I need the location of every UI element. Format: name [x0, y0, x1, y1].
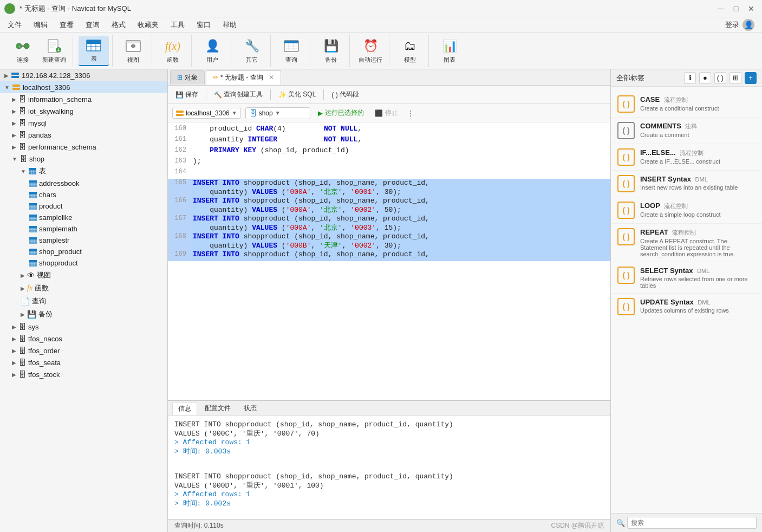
right-panel-header: 全部标签 ℹ ● ( ) ⊞ +: [611, 69, 762, 87]
sidebar-server1[interactable]: 192.168.42.128_3306: [0, 69, 167, 81]
sidebar-table-product[interactable]: product: [0, 200, 167, 212]
toolbar-model[interactable]: 🗂 模型: [395, 36, 425, 66]
sidebar-table-samplelike[interactable]: samplelike: [0, 212, 167, 223]
bottom-line-8: > 时间: 0.002s: [174, 498, 604, 508]
menu-help[interactable]: 帮助: [217, 18, 242, 31]
toolbar-other[interactable]: 🔧 其它: [237, 36, 267, 66]
sidebar-table-samplemath[interactable]: samplemath: [0, 223, 167, 235]
menu-view[interactable]: 查看: [54, 18, 79, 31]
sidebar-db-tfos-seata[interactable]: 🗄 tfos_seata: [0, 356, 167, 368]
svg-rect-45: [29, 203, 37, 205]
login-button[interactable]: 登录 👤: [720, 17, 760, 33]
close-button[interactable]: ✕: [745, 3, 758, 14]
snippet-insert[interactable]: ( ) INSERT Syntax DML Insert new rows in…: [611, 171, 762, 197]
menu-window[interactable]: 窗口: [191, 18, 216, 31]
sidebar-table-samplestr[interactable]: samplestr: [0, 235, 167, 246]
toolbar-sep2: [270, 89, 271, 100]
toolbar-newquery[interactable]: + 新建查询: [39, 36, 69, 66]
sidebar-db-information[interactable]: 🗄 information_schema: [0, 93, 167, 105]
toolbar-chart[interactable]: 📊 图表: [434, 36, 465, 66]
stop-button[interactable]: ⬛ 停止: [372, 107, 401, 119]
sidebar-db-shop[interactable]: 🗄 shop: [0, 153, 167, 165]
maximize-button[interactable]: □: [730, 3, 743, 14]
function-label: 函数: [167, 56, 179, 64]
rp-add-button[interactable]: +: [745, 72, 757, 84]
right-panel-title: 全部标签: [616, 73, 644, 83]
snippet-loop[interactable]: ( ) LOOP 流程控制 Create a simple loop const…: [611, 197, 762, 224]
sidebar-table-chars[interactable]: chars: [0, 189, 167, 200]
snippet-update-text: UPDATE Syntax DML Updates columns of exi…: [640, 298, 756, 315]
menu-favorites[interactable]: 收藏夹: [132, 18, 164, 31]
toolbar-sep1: [206, 89, 206, 100]
snippet-ifelse[interactable]: ( ) IF...ELSE... 流程控制 Create a IF...ELSE…: [611, 144, 762, 171]
sidebar-db-mysql[interactable]: 🗄 mysql: [0, 117, 167, 129]
rp-bracket-button[interactable]: ( ): [714, 72, 726, 84]
toolbar-backup[interactable]: 💾 备份: [316, 36, 346, 66]
sidebar-cat-functions[interactable]: fx 函数: [0, 282, 167, 295]
menu-tools[interactable]: 工具: [165, 18, 190, 31]
sidebar-db-tfos-nacos[interactable]: 🗄 tfos_nacos: [0, 333, 167, 345]
toolbar-table[interactable]: 表: [79, 36, 109, 66]
svg-rect-28: [12, 88, 20, 90]
sidebar-db-sys[interactable]: 🗄 sys: [0, 321, 167, 333]
rp-eye-button[interactable]: ●: [699, 72, 711, 84]
sidebar-cat-views[interactable]: 👁 视图: [0, 269, 167, 282]
menu-format[interactable]: 格式: [106, 18, 131, 31]
snippet-case-desc: Create a conditional construct: [640, 105, 756, 112]
sidebar-cat-queries[interactable]: 📄 查询: [0, 295, 167, 308]
save-label: 保存: [185, 90, 198, 99]
snippet-update[interactable]: ( ) UPDATE Syntax DML Updates columns of…: [611, 294, 762, 320]
rp-info-button[interactable]: ℹ: [684, 72, 696, 84]
toolbar-function[interactable]: f(x) 函数: [158, 36, 188, 66]
snippet-select[interactable]: ( ) SELECT Syntax DML Retrieve rows sele…: [611, 262, 762, 294]
toolbar-connect[interactable]: + 连接: [8, 36, 38, 66]
toolbar-query[interactable]: 查询: [276, 36, 307, 66]
toolbar-user[interactable]: 👤 用户: [197, 36, 227, 66]
sidebar-db-performance[interactable]: 🗄 performance_schema: [0, 141, 167, 153]
save-button[interactable]: 💾 保存: [172, 89, 201, 100]
query-builder-button[interactable]: 🔨 查询创建工具: [211, 89, 266, 100]
menu-file[interactable]: 文件: [2, 18, 27, 31]
autorun-label: 自动运行: [359, 56, 382, 64]
tab-objects[interactable]: ⊞ 对象: [170, 70, 205, 85]
sidebar-cat-backup[interactable]: 💾 备份: [0, 308, 167, 321]
snippet-repeat[interactable]: ( ) REPEAT 流程控制 Create A REPEAT construc…: [611, 224, 762, 262]
minimize-button[interactable]: ─: [714, 3, 727, 14]
sidebar-db-tfos-stock[interactable]: 🗄 tfos_stock: [0, 368, 167, 380]
snippet-button[interactable]: ( ) 代码段: [328, 89, 362, 100]
more-options-button[interactable]: ⋮: [406, 108, 415, 119]
sidebar-cat-tables[interactable]: 表: [0, 165, 167, 178]
run-selected-button[interactable]: ▶ 运行已选择的: [315, 107, 367, 119]
bottom-tab-status[interactable]: 状态: [238, 402, 262, 414]
sidebar-db-pandas[interactable]: 🗄 pandas: [0, 129, 167, 141]
snippet-case[interactable]: ( ) CASE 流程控制 Create a conditional const…: [611, 91, 762, 118]
db-sys-label: sys: [28, 323, 39, 331]
tab-query[interactable]: ✏ * 无标题 - 查询 ✕: [206, 70, 281, 85]
menu-query[interactable]: 查询: [80, 18, 105, 31]
sidebar-server2[interactable]: localhost_3306: [0, 81, 167, 93]
server-selector[interactable]: localhost_3306 ▼: [172, 108, 241, 119]
snippet-comments[interactable]: ( ) COMMENTS 注释 Create a comment: [611, 118, 762, 144]
svg-rect-26: [11, 76, 19, 78]
svg-rect-35: [29, 180, 37, 183]
svg-rect-50: [29, 215, 37, 217]
sidebar-db-tfos-order[interactable]: 🗄 tfos_order: [0, 345, 167, 356]
database-selector[interactable]: 🗄 shop ▼: [245, 107, 310, 119]
sidebar-table-shop-product[interactable]: shop_product: [0, 246, 167, 257]
rp-grid-button[interactable]: ⊞: [730, 72, 741, 84]
menu-edit[interactable]: 编辑: [28, 18, 53, 31]
sidebar-table-shopproduct[interactable]: shopproduct: [0, 257, 167, 269]
toolbar-autorun[interactable]: ⏰ 自动运行: [355, 36, 386, 66]
svg-rect-18: [126, 41, 140, 43]
code-line-166: 166 INSERT INTO shopproduct (shop_id, sh…: [168, 197, 610, 215]
bottom-tab-profile[interactable]: 配置文件: [199, 402, 236, 414]
bottom-tab-info[interactable]: 信息: [172, 402, 197, 415]
beautify-button[interactable]: ✨ 美化 SQL: [275, 89, 319, 100]
tab-close-icon[interactable]: ✕: [269, 74, 274, 81]
table-label: 表: [91, 55, 97, 63]
sidebar-table-addressbook[interactable]: addressbook: [0, 178, 167, 189]
search-input[interactable]: [627, 517, 757, 529]
code-editor[interactable]: 160 product_id CHAR(4) NOT NULL, 161 qua…: [168, 122, 610, 400]
sidebar-db-iot[interactable]: 🗄 iot_skywalking: [0, 105, 167, 117]
toolbar-view[interactable]: 视图: [118, 36, 148, 66]
